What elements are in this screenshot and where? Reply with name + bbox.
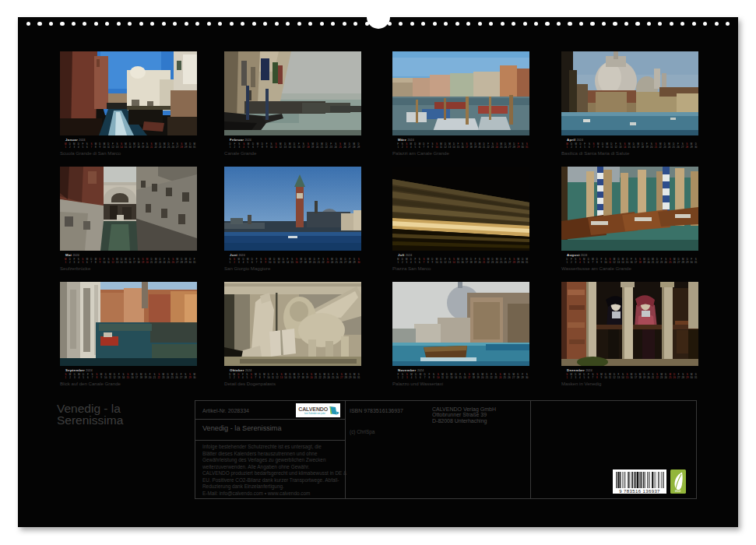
svg-text:kein Kalender wie jeder: kein Kalender wie jeder — [304, 412, 325, 415]
svg-text:9 783516 136937: 9 783516 136937 — [619, 489, 660, 494]
svg-text:CALVENDO: CALVENDO — [298, 406, 329, 412]
svg-text:eco: eco — [675, 489, 681, 493]
